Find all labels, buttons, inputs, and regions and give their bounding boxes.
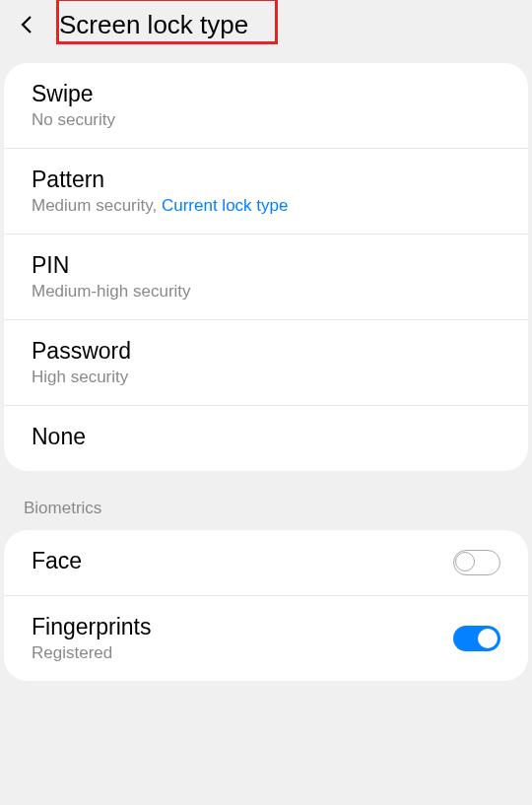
item-title: Fingerprints: [32, 614, 441, 640]
item-title: PIN: [32, 252, 500, 279]
lock-types-card: Swipe No security Pattern Medium securit…: [4, 63, 528, 471]
item-title: Password: [32, 338, 500, 365]
biometrics-section-header: Biometrics: [0, 471, 532, 526]
biometrics-card: Face Fingerprints Registered: [4, 530, 528, 681]
lock-type-pattern[interactable]: Pattern Medium security, Current lock ty…: [4, 149, 528, 235]
lock-type-pin[interactable]: PIN Medium-high security: [4, 235, 528, 320]
lock-type-swipe[interactable]: Swipe No security: [4, 63, 528, 149]
lock-type-password[interactable]: Password High security: [4, 320, 528, 406]
item-subtitle: High security: [32, 368, 500, 387]
item-subtitle: Registered: [32, 643, 441, 663]
biometric-face[interactable]: Face: [4, 530, 528, 596]
lock-type-none[interactable]: None: [4, 406, 528, 471]
toggle-face[interactable]: [453, 550, 500, 575]
item-title: Face: [32, 548, 441, 574]
item-subtitle: No security: [32, 110, 500, 130]
item-title: Pattern: [32, 167, 500, 193]
biometric-fingerprints[interactable]: Fingerprints Registered: [4, 596, 528, 681]
item-title: Swipe: [32, 81, 500, 107]
item-subtitle: Medium security, Current lock type: [32, 196, 500, 216]
toggle-fingerprints[interactable]: [453, 626, 500, 651]
header-bar: Screen lock type: [0, 0, 532, 49]
item-title: None: [32, 424, 500, 450]
back-icon[interactable]: [16, 13, 39, 36]
item-subtitle: Medium-high security: [32, 282, 500, 302]
page-title: Screen lock type: [59, 10, 248, 40]
